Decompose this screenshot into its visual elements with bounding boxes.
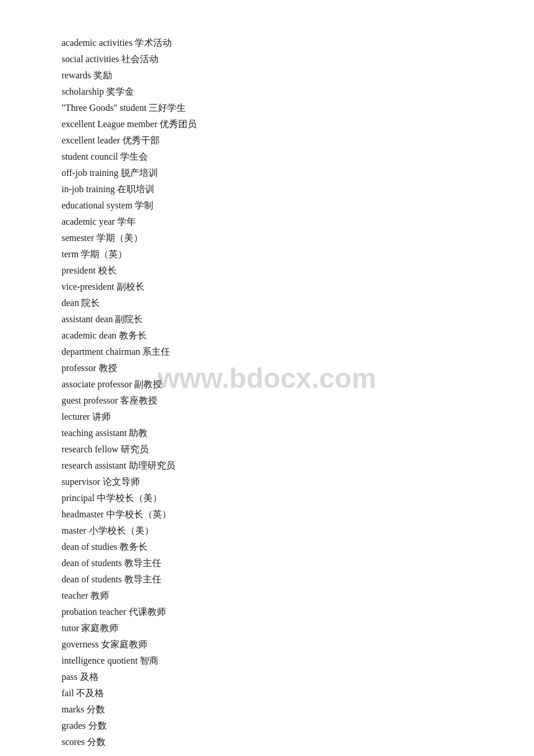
vocab-item: lecturer 讲师 [62,409,472,425]
vocab-item: teaching assistant 助教 [62,425,472,441]
vocab-item: governess 女家庭教师 [62,636,472,653]
vocab-item: "Three Goods" student 三好学生 [62,100,472,116]
vocab-item: excellent leader 优秀干部 [62,132,472,149]
vocab-item: probation teacher 代课教师 [62,604,472,620]
vocab-item: dean of students 教导主任 [62,555,472,571]
vocab-item: teacher 教师 [62,588,472,604]
vocab-item: academic dean 教务长 [62,327,472,344]
vocab-item: off-job training 脱产培训 [62,165,472,181]
vocab-item: term 学期（英） [62,246,472,262]
vocab-item: professor 教授 [62,360,472,376]
vocab-item: research assistant 助理研究员 [62,458,472,474]
vocab-item: rewards 奖励 [62,67,472,84]
vocab-item: student council 学生会 [62,149,472,165]
vocab-item: assistant dean 副院长 [62,311,472,327]
vocab-item: dean of students 教导主任 [62,571,472,588]
vocab-item: grades 分数 [62,718,472,734]
vocab-item: department chairman 系主任 [62,344,472,360]
vocab-item: guest professor 客座教授 [62,393,472,409]
vocab-item: president 校长 [62,262,472,279]
vocab-item: academic activities 学术活动 [62,35,472,51]
vocab-item: associate professor 副教授 [62,376,472,393]
vocab-item: dean of studies 教务长 [62,539,472,555]
vocab-item: in-job training 在职培训 [62,181,472,197]
vocab-item: fail 不及格 [62,685,472,701]
vocab-item: academic year 学年 [62,214,472,230]
vocab-item: pass 及格 [62,669,472,685]
vocab-item: tutor 家庭教师 [62,620,472,636]
vocab-item: dean 院长 [62,295,472,311]
vocabulary-list: academic activities 学术活动social activitie… [62,35,472,750]
vocab-item: research fellow 研究员 [62,441,472,458]
vocab-item: intelligence quotient 智商 [62,653,472,669]
vocab-item: social activities 社会活动 [62,51,472,67]
vocab-item: marks 分数 [62,701,472,718]
vocab-item: headmaster 中学校长（英） [62,506,472,523]
vocab-item: vice-president 副校长 [62,279,472,295]
vocab-item: principal 中学校长（美） [62,490,472,506]
vocab-item: educational system 学制 [62,197,472,214]
vocab-item: scholarship 奖学金 [62,84,472,100]
vocab-item: supervisor 论文导师 [62,474,472,490]
vocab-item: excellent League member 优秀团员 [62,116,472,132]
vocab-item: scores 分数 [62,734,472,750]
vocab-item: master 小学校长（美） [62,523,472,539]
vocab-item: semester 学期（美） [62,230,472,246]
